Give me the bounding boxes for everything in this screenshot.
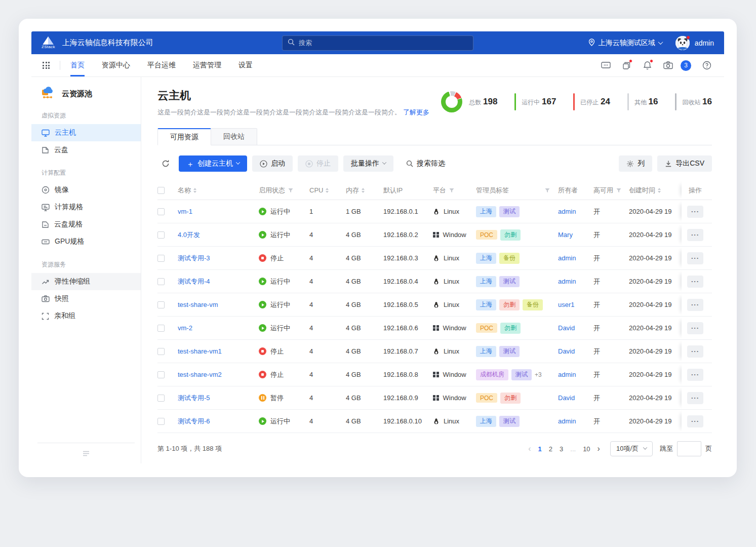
tasks-icon[interactable] xyxy=(621,60,631,70)
notification-count-badge[interactable]: 3 xyxy=(681,60,691,71)
vm-name-link[interactable]: test-share-vm xyxy=(178,301,218,308)
bell-icon[interactable] xyxy=(642,60,652,70)
col-header-cpu[interactable]: CPU xyxy=(309,186,323,194)
nav-item-settings[interactable]: 设置 xyxy=(238,54,253,76)
vm-name-link[interactable]: 4.0开发 xyxy=(178,230,200,240)
row-actions-button[interactable]: ··· xyxy=(687,322,703,334)
vm-name-link[interactable]: 测试专用-6 xyxy=(178,417,210,426)
owner-link[interactable]: admin xyxy=(558,417,576,425)
vm-name-link[interactable]: test-share-vm2 xyxy=(178,371,222,378)
start-button[interactable]: 启动 xyxy=(252,155,293,172)
row-actions-button[interactable]: ··· xyxy=(687,415,703,427)
batch-actions-button[interactable]: 批量操作 xyxy=(343,155,393,172)
tab-available-resources[interactable]: 可用资源 xyxy=(157,128,211,145)
app-launcher-icon[interactable] xyxy=(43,62,50,69)
nav-item-home[interactable]: 首页 xyxy=(70,54,85,76)
page-size-select[interactable]: 10项/页 xyxy=(610,441,653,456)
select-all-checkbox[interactable] xyxy=(157,187,165,194)
row-actions-button[interactable]: ··· xyxy=(687,392,703,404)
learn-more-link[interactable]: 了解更多 xyxy=(403,108,429,116)
refresh-button[interactable] xyxy=(157,155,174,172)
create-vm-button[interactable]: ＋ 创建云主机 xyxy=(179,155,247,172)
page-number[interactable]: 3 xyxy=(560,445,563,453)
page-number[interactable]: 1 xyxy=(538,445,542,453)
nav-item-resource-center[interactable]: 资源中心 xyxy=(102,54,130,76)
filter-icon[interactable] xyxy=(449,188,454,193)
vm-name-link[interactable]: test-share-vm1 xyxy=(178,347,222,355)
sort-icon[interactable] xyxy=(326,188,329,193)
row-checkbox[interactable] xyxy=(157,231,165,239)
owner-link[interactable]: Mary xyxy=(558,231,573,239)
row-checkbox[interactable] xyxy=(157,348,165,355)
sidebar-item-instance-offering[interactable]: 计算规格 xyxy=(31,199,141,216)
user-avatar[interactable] xyxy=(675,36,690,50)
export-csv-button[interactable]: 导出CSV xyxy=(657,155,712,172)
row-checkbox[interactable] xyxy=(157,301,165,308)
vm-name-link[interactable]: vm-2 xyxy=(178,324,192,332)
nav-item-platform-ops[interactable]: 平台运维 xyxy=(147,54,176,76)
row-checkbox[interactable] xyxy=(157,278,165,285)
sidebar-item-volume[interactable]: 云盘 xyxy=(31,141,141,159)
global-search[interactable] xyxy=(282,35,473,51)
nav-item-operation-mgmt[interactable]: 运营管理 xyxy=(193,54,221,76)
snapshot-camera-icon[interactable] xyxy=(663,60,673,70)
monitor-icon xyxy=(42,129,50,137)
tab-recycle-bin[interactable]: 回收站 xyxy=(211,128,257,145)
search-input[interactable] xyxy=(299,39,468,47)
vm-name-link[interactable]: vm-1 xyxy=(178,208,192,215)
row-checkbox[interactable] xyxy=(157,418,165,425)
row-actions-button[interactable]: ··· xyxy=(687,369,703,381)
sidebar-collapse-button[interactable] xyxy=(31,443,141,463)
owner-link[interactable]: admin xyxy=(558,254,576,262)
sidebar-item-image[interactable]: 镜像 xyxy=(31,181,141,199)
default-ip: 192.168.0.7 xyxy=(383,347,433,355)
row-checkbox[interactable] xyxy=(157,255,165,262)
row-actions-button[interactable]: ··· xyxy=(687,276,703,288)
owner-link[interactable]: admin xyxy=(558,208,576,215)
row-actions-button[interactable]: ··· xyxy=(687,206,703,218)
vm-name-link[interactable]: 测试专用-4 xyxy=(178,277,210,286)
sort-icon[interactable] xyxy=(193,188,196,193)
sidebar-item-snapshot[interactable]: 快照 xyxy=(31,290,141,307)
col-header-name[interactable]: 名称 xyxy=(178,186,191,195)
row-checkbox[interactable] xyxy=(157,395,165,402)
row-checkbox[interactable] xyxy=(157,371,165,378)
owner-link[interactable]: David xyxy=(558,347,575,355)
vm-name-link[interactable]: 测试专用-3 xyxy=(178,254,210,263)
console-icon[interactable] xyxy=(601,60,611,70)
page-number[interactable]: 10 xyxy=(583,445,590,453)
col-header-memory[interactable]: 内存 xyxy=(346,186,359,195)
sort-icon[interactable] xyxy=(362,188,365,193)
owner-link[interactable]: David xyxy=(558,394,575,402)
filter-icon[interactable] xyxy=(616,188,621,193)
sidebar-item-vm[interactable]: 云主机 xyxy=(31,124,141,141)
sort-icon[interactable] xyxy=(658,188,661,193)
sidebar-item-autoscaling-group[interactable]: 弹性伸缩组 xyxy=(31,273,141,290)
prev-page-icon[interactable]: ‹ xyxy=(528,445,531,453)
owner-link[interactable]: David xyxy=(558,324,575,332)
region-selector[interactable]: 上海云轴测试区域 xyxy=(588,38,662,48)
help-icon[interactable] xyxy=(702,60,712,70)
columns-button[interactable]: 列 xyxy=(619,155,652,172)
owner-link[interactable]: admin xyxy=(558,278,576,285)
row-actions-button[interactable]: ··· xyxy=(687,345,703,358)
vm-name-link[interactable]: 测试专用-5 xyxy=(178,394,210,403)
row-actions-button[interactable]: ··· xyxy=(687,229,703,241)
search-filter-button[interactable]: 搜索筛选 xyxy=(399,155,453,172)
page-number[interactable]: 2 xyxy=(549,445,552,453)
sidebar-item-gpu-offering[interactable]: GPU规格 xyxy=(31,233,141,250)
stop-button[interactable]: 停止 xyxy=(298,155,338,172)
filter-icon[interactable] xyxy=(288,188,293,193)
next-page-icon[interactable]: › xyxy=(598,445,600,453)
sidebar-item-affinity-group[interactable]: 亲和组 xyxy=(31,307,141,325)
owner-link[interactable]: user1 xyxy=(558,301,575,308)
sidebar-item-volume-offering[interactable]: 云盘规格 xyxy=(31,216,141,233)
col-header-created[interactable]: 创建时间 xyxy=(629,186,655,195)
jump-page-input[interactable] xyxy=(677,441,701,456)
filter-icon[interactable] xyxy=(545,188,550,193)
row-checkbox[interactable] xyxy=(157,325,165,332)
owner-link[interactable]: admin xyxy=(558,371,576,378)
row-actions-button[interactable]: ··· xyxy=(687,299,703,311)
row-actions-button[interactable]: ··· xyxy=(687,252,703,264)
row-checkbox[interactable] xyxy=(157,208,165,215)
